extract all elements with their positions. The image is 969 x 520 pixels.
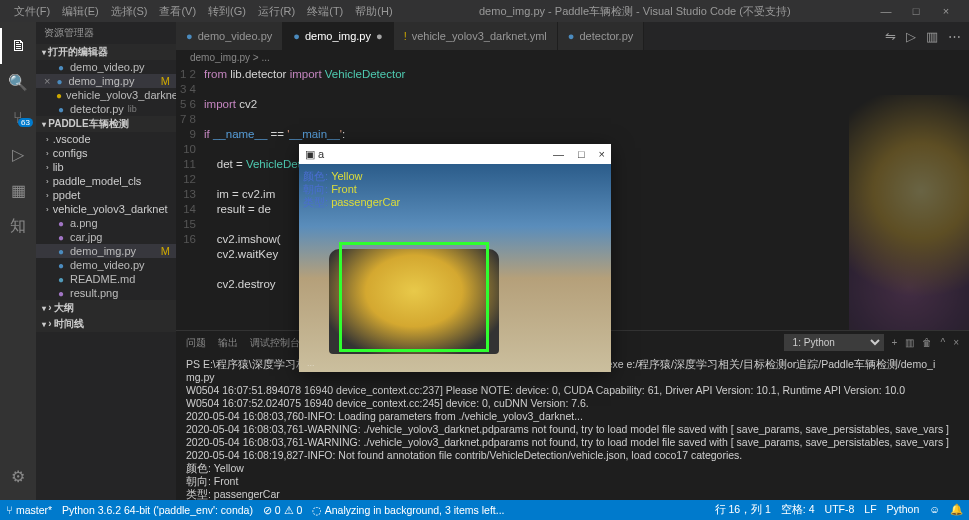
editor-tabs: ● demo_video.py● demo_img.py ●! vehicle_… [176, 22, 969, 50]
sidebar: 资源管理器 打开的编辑器 ● demo_video.py× ● demo_img… [36, 22, 176, 500]
terminal-selector[interactable]: 1: Python [784, 334, 884, 351]
open-editor-item[interactable]: ● demo_video.py [36, 60, 176, 74]
run-icon[interactable]: ▷ [906, 29, 916, 44]
settings-gear-icon[interactable]: ⚙ [0, 458, 36, 494]
split-terminal-icon[interactable]: ▥ [905, 337, 914, 348]
status-eol[interactable]: LF [864, 503, 876, 517]
source-control-icon[interactable]: ⑂63 [0, 100, 36, 136]
menu-terminal[interactable]: 终端(T) [301, 4, 349, 19]
menu-edit[interactable]: 编辑(E) [56, 4, 105, 19]
status-ln-col[interactable]: 行 16，列 1 [715, 503, 771, 517]
menu-selection[interactable]: 选择(S) [105, 4, 154, 19]
extensions-icon[interactable]: ▦ [0, 172, 36, 208]
compare-icon[interactable]: ⇋ [885, 29, 896, 44]
more-icon[interactable]: ⋯ [948, 29, 961, 44]
tree-file[interactable]: ● car.jpg [36, 230, 176, 244]
tree-folder[interactable]: paddle_model_cls [36, 174, 176, 188]
popup-close[interactable]: × [599, 148, 605, 160]
tree-file[interactable]: ● demo_video.py [36, 258, 176, 272]
panel-tab-problems[interactable]: 问题 [186, 336, 206, 350]
tree-file[interactable]: ● a.png [36, 216, 176, 230]
tree-folder[interactable]: vehicle_yolov3_darknet [36, 202, 176, 216]
close-button[interactable]: × [931, 5, 961, 17]
timeline-section[interactable]: › 时间线 [36, 316, 176, 332]
tree-file[interactable]: ● README.md [36, 272, 176, 286]
editor-tab[interactable]: ● demo_video.py [176, 22, 283, 50]
image-preview-window[interactable]: ▣ a — □ × 颜色: Yellow 朝向: Front 类型: passe… [299, 144, 611, 372]
panel-tab-debug[interactable]: 调试控制台 [250, 336, 300, 350]
kill-terminal-icon[interactable]: 🗑 [922, 337, 932, 348]
detection-bbox [339, 242, 489, 352]
maximize-panel-icon[interactable]: ^ [940, 337, 945, 348]
status-errors[interactable]: ⊘ 0 ⚠ 0 [263, 504, 302, 516]
status-background[interactable]: ◌ Analyzing in background, 3 items left.… [312, 504, 504, 516]
tree-file[interactable]: ● demo_img.pyM [36, 244, 176, 258]
menu-file[interactable]: 文件(F) [8, 4, 56, 19]
breadcrumb[interactable]: demo_img.py > ... [176, 50, 969, 65]
menu-view[interactable]: 查看(V) [153, 4, 202, 19]
status-bell-icon[interactable]: 🔔 [950, 503, 963, 517]
titlebar: 文件(F) 编辑(E) 选择(S) 查看(V) 转到(G) 运行(R) 终端(T… [0, 0, 969, 22]
editor-tab[interactable]: ● demo_img.py ● [283, 22, 393, 50]
status-python[interactable]: Python 3.6.2 64-bit ('paddle_env': conda… [62, 504, 253, 516]
outline-section[interactable]: › 大纲 [36, 300, 176, 316]
status-language[interactable]: Python [887, 503, 920, 517]
detection-overlay: 颜色: Yellow 朝向: Front 类型: passengerCar [303, 170, 400, 209]
panel-tab-output[interactable]: 输出 [218, 336, 238, 350]
tree-file[interactable]: ● result.png [36, 286, 176, 300]
new-terminal-icon[interactable]: + [892, 337, 898, 348]
statusbar: ⑂ master* Python 3.6.2 64-bit ('paddle_e… [0, 500, 969, 520]
window-title: demo_img.py - Paddle车辆检测 - Visual Studio… [399, 4, 871, 19]
menu-bar: 文件(F) 编辑(E) 选择(S) 查看(V) 转到(G) 运行(R) 终端(T… [8, 4, 399, 19]
status-spaces[interactable]: 空格: 4 [781, 503, 815, 517]
popup-title: a [318, 148, 324, 160]
tree-folder[interactable]: lib [36, 160, 176, 174]
open-editor-item[interactable]: ● detector.py lib [36, 102, 176, 116]
popup-image: 颜色: Yellow 朝向: Front 类型: passengerCar ..… [299, 164, 611, 372]
editor-tab[interactable]: ● detector.py [558, 22, 644, 50]
maximize-button[interactable]: □ [901, 5, 931, 17]
search-icon[interactable]: 🔍 [0, 64, 36, 100]
minimize-button[interactable]: — [871, 5, 901, 17]
tree-folder[interactable]: .vscode [36, 132, 176, 146]
explorer-icon[interactable]: 🗎 [0, 28, 36, 64]
watermark: ... [307, 358, 315, 368]
popup-titlebar[interactable]: ▣ a — □ × [299, 144, 611, 164]
tree-folder[interactable]: ppdet [36, 188, 176, 202]
popup-maximize[interactable]: □ [578, 148, 585, 160]
run-debug-icon[interactable]: ▷ [0, 136, 36, 172]
open-editors-section[interactable]: 打开的编辑器 [36, 44, 176, 60]
close-panel-icon[interactable]: × [953, 337, 959, 348]
status-encoding[interactable]: UTF-8 [825, 503, 855, 517]
project-section[interactable]: PADDLE车辆检测 [36, 116, 176, 132]
extra-icon[interactable]: 知 [0, 208, 36, 244]
editor-tab[interactable]: ! vehicle_yolov3_darknet.yml [394, 22, 558, 50]
split-icon[interactable]: ▥ [926, 29, 938, 44]
menu-run[interactable]: 运行(R) [252, 4, 301, 19]
popup-icon: ▣ [305, 148, 315, 161]
activity-bar: 🗎 🔍 ⑂63 ▷ ▦ 知 ⚙ [0, 22, 36, 500]
status-feedback-icon[interactable]: ☺ [929, 503, 940, 517]
popup-minimize[interactable]: — [553, 148, 564, 160]
open-editor-item[interactable]: × ● demo_img.pyM [36, 74, 176, 88]
menu-help[interactable]: 帮助(H) [349, 4, 398, 19]
sidebar-title: 资源管理器 [36, 22, 176, 44]
terminal-output[interactable]: PS E:\程序猿\深度学习相关\目标检测or追踪\Paddle车辆检测> /p… [176, 354, 969, 500]
open-editor-item[interactable]: ● vehicle_yolov3_darknet.yml c... [36, 88, 176, 102]
menu-go[interactable]: 转到(G) [202, 4, 252, 19]
tree-folder[interactable]: configs [36, 146, 176, 160]
status-branch[interactable]: ⑂ master* [6, 504, 52, 516]
scm-badge: 63 [18, 118, 33, 127]
